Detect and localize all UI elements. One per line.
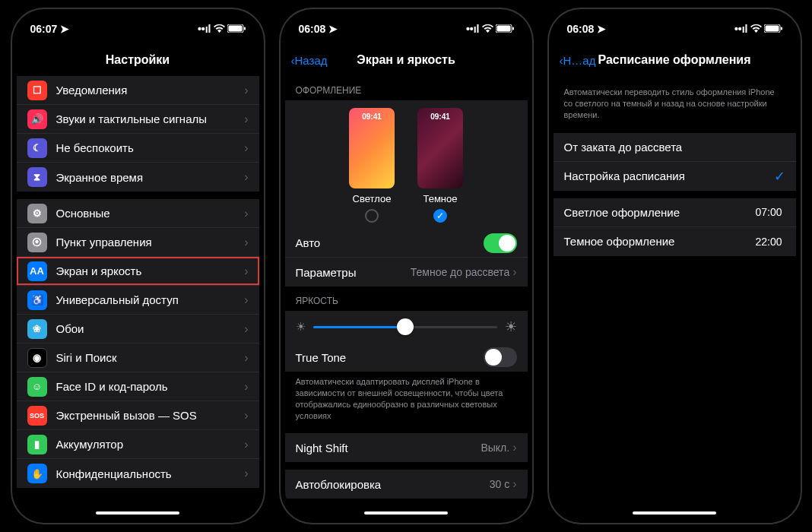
chevron-right-icon: › — [244, 84, 248, 97]
battery-icon — [764, 23, 782, 35]
battery-icon — [227, 23, 246, 35]
svg-rect-2 — [244, 27, 246, 30]
row-truetone: True Tone — [285, 343, 528, 372]
row-dark-schedule[interactable]: Темное оформление 22:00 — [553, 227, 796, 256]
params-value: Темное до рассвета — [411, 266, 509, 278]
settings-row[interactable]: ▮Аккумулятор› — [17, 430, 259, 459]
preview-time: 09:41 — [349, 112, 395, 121]
settings-row[interactable]: ❀Обои› — [17, 315, 259, 344]
settings-row[interactable]: 🔊Звуки и тактильные сигналы› — [17, 105, 259, 134]
toggle-auto[interactable] — [484, 233, 517, 253]
radio-dark[interactable]: ✓ — [433, 209, 447, 223]
autolock-value: 30 с — [490, 478, 509, 490]
status-time: 06:08 — [299, 23, 326, 35]
settings-row[interactable]: ♿Универсальный доступ› — [17, 286, 259, 315]
home-indicator[interactable] — [633, 511, 716, 515]
radio-light[interactable] — [365, 209, 379, 223]
chevron-right-icon: › — [244, 322, 248, 336]
settings-row[interactable]: ☐Уведомления› — [17, 76, 259, 105]
row-label: Универсальный доступ — [56, 293, 245, 306]
row-label: Экранное время — [56, 171, 245, 184]
chevron-right-icon: › — [244, 380, 248, 394]
brightness-slider[interactable] — [313, 326, 497, 328]
row-label: Основные — [56, 207, 245, 220]
chevron-right-icon: › — [244, 293, 248, 307]
section-brightness: ЯРКОСТЬ — [285, 287, 528, 311]
settings-row[interactable]: AAЭкран и яркость› — [17, 257, 259, 286]
settings-row[interactable]: ⚙Основные› — [17, 199, 259, 228]
row-label: Конфиденциальность — [56, 467, 245, 480]
settings-row[interactable]: ◉Siri и Поиск› — [17, 344, 259, 372]
row-label: Экстренный вызов — SOS — [56, 409, 245, 422]
app-icon: ▮ — [27, 435, 47, 454]
wifi-icon — [214, 23, 225, 35]
battery-icon — [496, 23, 514, 35]
signal-icon: ••ıl — [734, 23, 748, 35]
status-time: 06:07 — [30, 23, 58, 35]
settings-row[interactable]: ⦿Пункт управления› — [17, 228, 259, 257]
chevron-right-icon: › — [512, 477, 516, 491]
schedule-content[interactable]: Автоматически переводить стиль оформлени… — [553, 76, 796, 518]
nav-title: Расписание оформления — [598, 53, 750, 67]
row-sunset-sunrise[interactable]: От заката до рассвета — [553, 133, 796, 162]
chevron-right-icon: › — [512, 265, 516, 279]
back-label: Назад — [295, 54, 328, 67]
svg-rect-7 — [765, 26, 779, 32]
display-content[interactable]: ОФОРМЛЕНИЕ 09:41 Светлое 09:41 Темное ✓ — [285, 76, 528, 518]
settings-row[interactable]: ☺Face ID и код-пароль› — [17, 372, 259, 401]
brightness-slider-row: ☀ ☀ — [285, 311, 528, 343]
row-custom-schedule[interactable]: Настройка расписания ✓ — [553, 162, 796, 191]
row-autolock[interactable]: Автоблокировка 30 с › — [285, 470, 528, 499]
nav-title: Настройки — [106, 53, 170, 67]
dark-row-label: Темное оформление — [564, 235, 756, 248]
settings-row[interactable]: ⧗Экранное время› — [17, 163, 259, 192]
settings-row[interactable]: ✋Конфиденциальность› — [17, 459, 259, 488]
opt2-label: Настройка расписания — [564, 169, 774, 182]
app-icon: ⚙ — [27, 204, 47, 223]
section-appearance: ОФОРМЛЕНИЕ — [285, 76, 528, 100]
nav-bar: ‹ Н…ад Расписание оформления — [553, 44, 796, 76]
settings-row[interactable]: SOSЭкстренный вызов — SOS› — [17, 401, 259, 430]
row-light-schedule[interactable]: Светлое оформление 07:00 — [553, 198, 796, 227]
chevron-right-icon: › — [244, 236, 248, 249]
home-indicator[interactable] — [364, 511, 448, 515]
params-label: Параметры — [296, 266, 411, 279]
wifi-icon — [750, 23, 762, 35]
app-icon: ◉ — [27, 348, 47, 368]
app-icon: ☾ — [27, 138, 47, 158]
app-icon: ⧗ — [27, 167, 47, 187]
back-button[interactable]: ‹ Назад — [291, 54, 328, 67]
dark-label: Темное — [423, 193, 457, 204]
slider-thumb[interactable] — [397, 318, 414, 335]
light-label: Светлое — [353, 193, 392, 204]
truetone-label: True Tone — [296, 351, 484, 364]
app-icon: ✋ — [27, 464, 47, 483]
settings-content[interactable]: ☐Уведомления›🔊Звуки и тактильные сигналы… — [17, 76, 259, 518]
row-label: Не беспокоить — [56, 141, 245, 154]
row-options[interactable]: Параметры Темное до рассвета › — [285, 258, 528, 287]
back-button[interactable]: ‹ Н…ад — [560, 54, 596, 67]
notch — [81, 14, 195, 32]
svg-rect-4 — [496, 26, 510, 32]
chevron-right-icon: › — [244, 409, 248, 423]
toggle-truetone[interactable] — [484, 347, 517, 367]
chevron-right-icon: › — [244, 351, 248, 365]
app-icon: 🔊 — [27, 109, 47, 129]
settings-row[interactable]: ☾Не беспокоить› — [17, 134, 259, 163]
status-time: 06:08 — [567, 23, 595, 35]
preview-light: 09:41 — [349, 108, 395, 188]
autolock-label: Автоблокировка — [296, 478, 490, 491]
chevron-right-icon: › — [244, 438, 248, 451]
app-icon: AA — [27, 261, 47, 281]
row-label: Face ID и код-пароль — [56, 380, 245, 393]
row-label: Обои — [56, 322, 245, 335]
home-indicator[interactable] — [96, 511, 179, 515]
light-row-label: Светлое оформление — [564, 206, 756, 219]
appearance-dark[interactable]: 09:41 Темное ✓ — [417, 108, 463, 223]
row-label: Звуки и тактильные сигналы — [56, 112, 245, 125]
chevron-right-icon: › — [244, 112, 248, 126]
row-nightshift[interactable]: Night Shift Выкл. › — [285, 433, 528, 462]
phone-settings: 06:07 ➤ ••ıl Настройки ☐Уведомления›🔊Зву… — [11, 8, 265, 524]
appearance-light[interactable]: 09:41 Светлое — [349, 108, 395, 223]
app-icon: SOS — [27, 406, 47, 426]
